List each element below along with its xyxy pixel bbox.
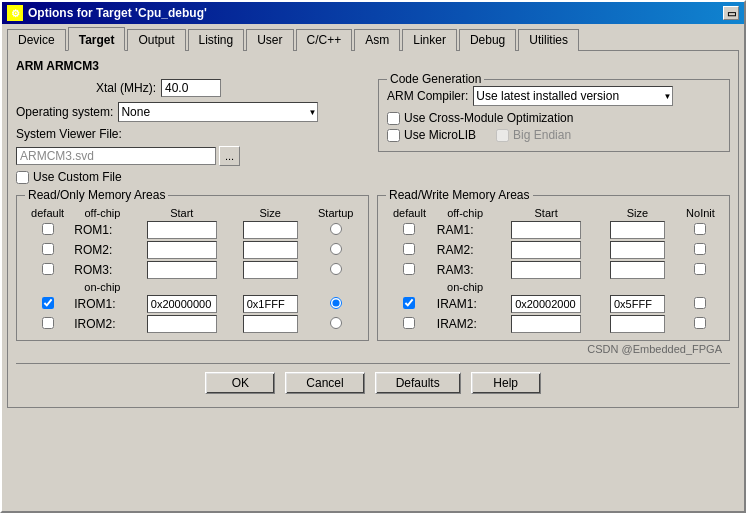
browse-button[interactable]: ... (219, 146, 240, 166)
irom2-size[interactable] (243, 315, 298, 333)
iram2-default-cb[interactable] (403, 317, 415, 329)
table-row: IRAM2: (384, 314, 723, 334)
rom3-name: ROM3: (74, 263, 112, 277)
rom1-start[interactable] (147, 221, 217, 239)
rom2-default-cb[interactable] (42, 243, 54, 255)
iram1-default-cb[interactable] (403, 297, 415, 309)
ram2-default-cb[interactable] (403, 243, 415, 255)
rom2-startup[interactable] (330, 243, 342, 255)
ram1-size[interactable] (610, 221, 665, 239)
tab-asm[interactable]: Asm (354, 29, 400, 51)
table-row: ROM1: (23, 220, 362, 240)
os-select[interactable]: None RTX Kernel User OS (118, 102, 318, 122)
col-default-ro: default (23, 206, 72, 220)
code-gen-title: Code Generation (387, 72, 484, 86)
iram1-noinit[interactable] (694, 297, 706, 309)
tab-listing[interactable]: Listing (188, 29, 245, 51)
rom2-start[interactable] (147, 241, 217, 259)
ram3-noinit[interactable] (694, 263, 706, 275)
irom1-name: IROM1: (74, 297, 115, 311)
xtal-input[interactable]: 40.0 (161, 79, 221, 97)
cancel-button[interactable]: Cancel (285, 372, 364, 394)
cross-module-checkbox[interactable] (387, 112, 400, 125)
rom3-default-cb[interactable] (42, 263, 54, 275)
iram2-start[interactable] (511, 315, 581, 333)
custom-file-checkbox[interactable] (16, 171, 29, 184)
microlib-checkbox[interactable] (387, 129, 400, 142)
irom1-default-cb[interactable] (42, 297, 54, 309)
system-viewer-row: ARMCM3.svd ... (16, 146, 368, 166)
iram2-noinit[interactable] (694, 317, 706, 329)
ram1-noinit[interactable] (694, 223, 706, 235)
ram1-start[interactable] (511, 221, 581, 239)
ram3-start[interactable] (511, 261, 581, 279)
ram1-default-cb[interactable] (403, 223, 415, 235)
tab-utilities[interactable]: Utilities (518, 29, 579, 51)
system-viewer-input[interactable]: ARMCM3.svd (16, 147, 216, 165)
irom1-start[interactable] (147, 295, 217, 313)
tab-linker[interactable]: Linker (402, 29, 457, 51)
top-right-panel: Code Generation ARM Compiler: Use latest… (378, 79, 730, 187)
table-row: IROM2: (23, 314, 362, 334)
button-row: OK Cancel Defaults Help (16, 363, 730, 399)
rom2-name: ROM2: (74, 243, 112, 257)
readonly-memory-group: Read/Only Memory Areas default off-chip … (16, 195, 369, 341)
rom3-size[interactable] (243, 261, 298, 279)
big-endian-checkbox[interactable] (496, 129, 509, 142)
irom2-startup[interactable] (330, 317, 342, 329)
on-chip-label-ro: on-chip (72, 280, 132, 294)
system-viewer-label-row: System Viewer File: (16, 127, 368, 141)
big-endian-label: Big Endian (513, 128, 571, 142)
table-row: IROM1: (23, 294, 362, 314)
rom3-start[interactable] (147, 261, 217, 279)
table-row: ROM3: (23, 260, 362, 280)
ram2-name: RAM2: (437, 243, 474, 257)
irom1-size[interactable] (243, 295, 298, 313)
memory-section: Read/Only Memory Areas default off-chip … (16, 195, 730, 341)
help-button[interactable]: Help (471, 372, 541, 394)
rom3-startup[interactable] (330, 263, 342, 275)
rom1-default-cb[interactable] (42, 223, 54, 235)
ram2-noinit[interactable] (694, 243, 706, 255)
os-select-wrapper: None RTX Kernel User OS ▼ (118, 102, 318, 122)
irom2-name: IROM2: (74, 317, 115, 331)
col-default-rw: default (384, 206, 435, 220)
defaults-button[interactable]: Defaults (375, 372, 461, 394)
tab-cpp[interactable]: C/C++ (296, 29, 353, 51)
compiler-select[interactable]: Use latest installed version Use default… (473, 86, 673, 106)
col-offchip-ro: off-chip (72, 206, 132, 220)
watermark: CSDN @Embedded_FPGA (16, 343, 730, 355)
compiler-select-wrapper: Use latest installed version Use default… (473, 86, 673, 106)
ram2-size[interactable] (610, 241, 665, 259)
irom2-start[interactable] (147, 315, 217, 333)
tab-user[interactable]: User (246, 29, 293, 51)
tab-device[interactable]: Device (7, 29, 66, 51)
microlib-label: Use MicroLIB (404, 128, 476, 142)
iram1-size[interactable] (610, 295, 665, 313)
ok-button[interactable]: OK (205, 372, 275, 394)
maximize-button[interactable]: ▭ (723, 6, 739, 20)
tab-target[interactable]: Target (68, 27, 126, 51)
tab-debug[interactable]: Debug (459, 29, 516, 51)
readwrite-memory-title: Read/Write Memory Areas (386, 188, 533, 202)
rom2-size[interactable] (243, 241, 298, 259)
xtal-row: Xtal (MHz): 40.0 (16, 79, 368, 97)
ram2-start[interactable] (511, 241, 581, 259)
ram3-default-cb[interactable] (403, 263, 415, 275)
title-controls: ▭ (723, 6, 739, 20)
cross-module-label: Use Cross-Module Optimization (404, 111, 573, 125)
table-row: RAM2: (384, 240, 723, 260)
irom2-default-cb[interactable] (42, 317, 54, 329)
rom1-startup[interactable] (330, 223, 342, 235)
col-offchip-rw: off-chip (435, 206, 495, 220)
col-size-ro: Size (231, 206, 309, 220)
col-size-rw: Size (597, 206, 678, 220)
tab-output[interactable]: Output (127, 29, 185, 51)
iram1-start[interactable] (511, 295, 581, 313)
top-left-panel: Xtal (MHz): 40.0 Operating system: None … (16, 79, 368, 187)
irom1-startup[interactable] (330, 297, 342, 309)
ram3-size[interactable] (610, 261, 665, 279)
rom1-size[interactable] (243, 221, 298, 239)
main-window: ⚙ Options for Target 'Cpu_debug' ▭ Devic… (0, 0, 746, 513)
iram2-size[interactable] (610, 315, 665, 333)
